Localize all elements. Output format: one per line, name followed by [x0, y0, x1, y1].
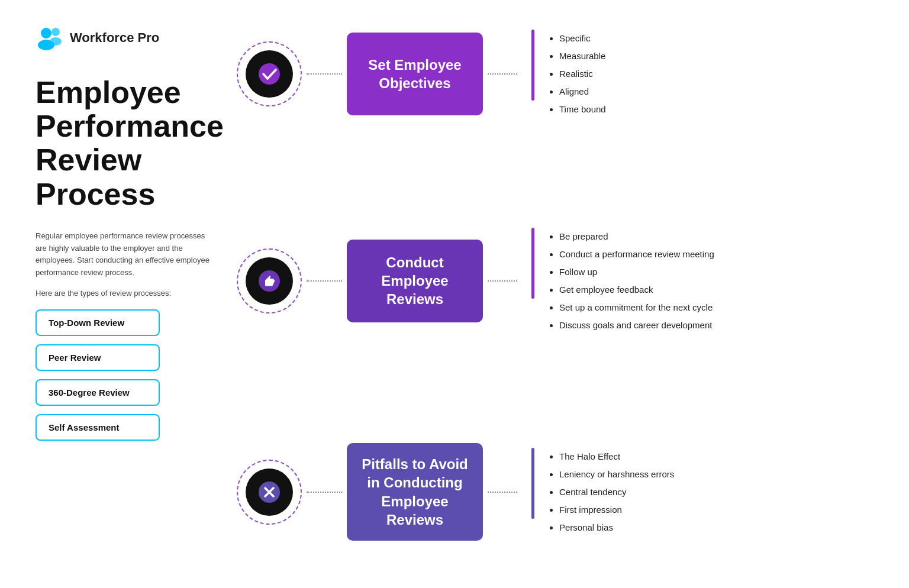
- list-item: Follow up: [559, 263, 714, 281]
- objectives-vertical-bar: [531, 30, 534, 101]
- list-item: Be prepared: [559, 228, 714, 245]
- list-item: The Halo Effect: [559, 448, 674, 466]
- list-item: Discuss goals and career development: [559, 316, 714, 334]
- pitfalls-vertical-bar: [531, 448, 534, 519]
- svg-point-0: [41, 28, 51, 38]
- reviews-dashed-circle: [237, 248, 302, 314]
- reviews-icon-inner: [246, 257, 293, 305]
- list-item: Personal bias: [559, 519, 674, 537]
- dotted-line-2b: [488, 280, 517, 282]
- list-item: Realistic: [559, 65, 606, 83]
- thumb-up-icon: [257, 269, 281, 293]
- list-item: Specific: [559, 30, 606, 47]
- list-item: Central tendency: [559, 483, 674, 501]
- objectives-list: Specific Measurable Realistic Aligned Ti…: [549, 30, 606, 118]
- list-item: Leniency or harshness errors: [559, 466, 674, 483]
- dotted-line-3b: [488, 492, 517, 493]
- reviews-list-section: Be prepared Conduct a performance review…: [531, 228, 714, 334]
- process-row-pitfalls: Pitfalls to Avoid in Conducting Employee…: [237, 443, 873, 541]
- description-1: Regular employee performance review proc…: [36, 230, 213, 279]
- svg-point-3: [50, 37, 62, 46]
- pitfalls-list: The Halo Effect Leniency or harshness er…: [549, 448, 674, 537]
- objectives-box-label: Set Employee Objectives: [356, 56, 473, 92]
- pitfalls-box: Pitfalls to Avoid in Conducting Employee…: [347, 443, 483, 541]
- pitfalls-icon-wrap: [237, 460, 302, 525]
- reviews-list: Be prepared Conduct a performance review…: [549, 228, 714, 334]
- logo-text: Workforce Pro: [70, 30, 159, 46]
- objectives-icon-inner: [246, 50, 293, 98]
- pitfalls-dashed-circle: [237, 460, 302, 525]
- list-item: First impression: [559, 501, 674, 519]
- reviews-vertical-bar: [531, 228, 534, 299]
- self-assessment-button[interactable]: Self Assessment: [36, 414, 160, 441]
- list-item: Conduct a performance review meeting: [559, 245, 714, 263]
- dotted-line-3a: [307, 492, 342, 493]
- svg-point-2: [51, 28, 60, 36]
- sidebar: Workforce Pro Employee Performance Revie…: [36, 24, 237, 564]
- main-title: Employee Performance Review Process: [36, 76, 213, 211]
- reviews-icon-wrap: [237, 248, 302, 314]
- dotted-line-1b: [488, 73, 517, 75]
- peer-review-button[interactable]: Peer Review: [36, 344, 160, 371]
- logo-row: Workforce Pro: [36, 24, 213, 52]
- dotted-line-2a: [307, 280, 342, 282]
- pitfalls-list-section: The Halo Effect Leniency or harshness er…: [531, 448, 674, 537]
- objectives-box: Set Employee Objectives: [347, 33, 483, 115]
- objectives-list-section: Specific Measurable Realistic Aligned Ti…: [531, 30, 606, 118]
- reviews-box: Conduct Employee Reviews: [347, 240, 483, 322]
- list-item: Get employee feedback: [559, 281, 714, 299]
- list-item: Time bound: [559, 101, 606, 118]
- review-types-label: Here are the types of review processes:: [36, 289, 213, 298]
- list-item: Measurable: [559, 47, 606, 65]
- process-row-reviews: Conduct Employee Reviews Be prepared Con…: [237, 228, 873, 334]
- list-item: Set up a commitment for the next cycle: [559, 299, 714, 316]
- main-content: Set Employee Objectives Specific Measura…: [237, 24, 873, 564]
- process-row-objectives: Set Employee Objectives Specific Measura…: [237, 30, 873, 118]
- objectives-icon-wrap: [237, 41, 302, 106]
- pitfalls-icon-inner: [246, 469, 293, 516]
- 360-degree-review-button[interactable]: 360-Degree Review: [36, 379, 160, 406]
- pitfalls-box-label: Pitfalls to Avoid in Conducting Employee…: [356, 455, 473, 529]
- list-item: Aligned: [559, 83, 606, 101]
- logo-icon: [36, 24, 64, 52]
- top-down-review-button[interactable]: Top-Down Review: [36, 309, 160, 336]
- check-icon: [257, 62, 281, 86]
- svg-point-4: [259, 63, 280, 85]
- dotted-line-1a: [307, 73, 342, 75]
- close-icon: [257, 480, 281, 504]
- objectives-dashed-circle: [237, 41, 302, 106]
- reviews-box-label: Conduct Employee Reviews: [356, 253, 473, 309]
